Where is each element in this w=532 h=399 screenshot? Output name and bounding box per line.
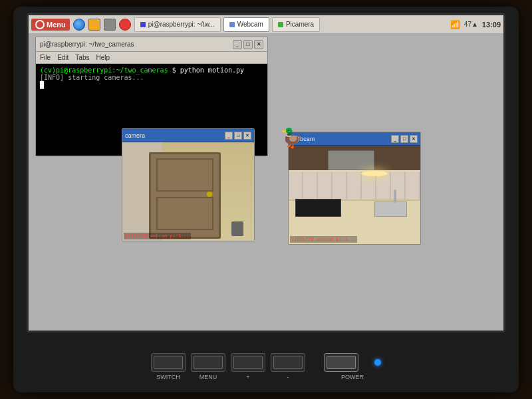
terminal-command-text: $ python motion.py <box>168 66 244 74</box>
terminal-close[interactable]: ✕ <box>254 40 263 49</box>
minus-button[interactable] <box>271 353 305 372</box>
door <box>149 152 221 239</box>
minus-label: - <box>271 374 305 380</box>
plus-button[interactable] <box>231 353 265 372</box>
monitor-bezel: SWITCH MENU + - <box>27 332 505 386</box>
camera-1-feed: 1280x720 webcam pi:1... <box>122 142 254 241</box>
camera-2-overlay: 1280x720 webcam pi:1... <box>290 236 357 243</box>
clock: 13:09 <box>482 21 501 29</box>
terminal-maximize[interactable]: □ <box>243 40 253 49</box>
duck-icon: 🦆 <box>280 127 301 148</box>
taskbar: Menu <box>29 15 503 34</box>
screen: Menu <box>27 13 505 332</box>
camera-2-close[interactable]: ✕ <box>410 135 418 143</box>
folder-icon-container[interactable] <box>88 18 101 31</box>
door-panel-bottom <box>156 197 213 230</box>
kitchen-stove <box>295 199 341 217</box>
settings-icon-container[interactable] <box>103 18 116 31</box>
menu-button[interactable] <box>191 353 225 372</box>
camera-2-controls: _ □ ✕ <box>391 135 418 143</box>
switch-button[interactable] <box>151 353 186 372</box>
terminal-line-3: █ <box>40 81 263 88</box>
desktop: Menu <box>29 15 503 331</box>
webcam-indicator <box>229 22 235 27</box>
minus-button-inner <box>273 356 303 369</box>
plus-button-inner <box>233 356 263 369</box>
camera-1-minimize[interactable]: _ <box>225 132 233 140</box>
camera-1-close[interactable]: ✕ <box>243 132 251 140</box>
battery-status: 47▲ <box>464 21 478 28</box>
terminal-menu-edit[interactable]: Edit <box>57 54 68 61</box>
door-panel-top <box>156 158 213 192</box>
raspberry-icon <box>35 20 45 29</box>
taskbar-right: 📶 47▲ 13:09 <box>450 20 501 29</box>
start-menu-button[interactable]: Menu <box>31 19 70 31</box>
terminal-menu-bar: File Edit Tabs Help <box>36 52 267 64</box>
power-led <box>374 359 381 366</box>
switch-button-inner <box>154 356 183 369</box>
terminal-line-1: (cv)pi@raspberrypi:~/two_cameras $ pytho… <box>40 66 263 74</box>
camera-2-minimize[interactable]: _ <box>391 135 399 143</box>
wifi-icon: 📶 <box>450 20 460 29</box>
buttons-area: SWITCH MENU + - <box>27 353 505 380</box>
kitchen-scene <box>289 146 420 244</box>
camera-1-overlay: 1280x720 webcam pi:1... <box>124 233 191 239</box>
terminal-menu-file[interactable]: File <box>40 54 51 61</box>
app-icon <box>119 19 131 31</box>
window-btn-terminal[interactable]: pi@raspberrypi: ~/tw... <box>134 17 221 32</box>
terminal-cursor: █ <box>40 81 44 88</box>
kitchen-backsplash <box>289 172 420 201</box>
power-button-inner <box>327 356 356 369</box>
menu-label: MENU <box>191 374 225 380</box>
globe-icon <box>73 19 85 31</box>
taskbar-icon-group <box>72 18 132 31</box>
switch-label: SWITCH <box>151 374 186 380</box>
terminal-line-2: [INFO] starting cameras... <box>40 74 263 81</box>
camera-window-2: Webcam _ □ ✕ <box>288 132 421 245</box>
camera-2-title: Webcam <box>291 136 391 142</box>
camera-1-titlebar: camera _ □ ✕ <box>122 129 254 142</box>
camera-2-titlebar: Webcam _ □ ✕ <box>289 132 420 146</box>
menu-button-inner <box>194 356 223 369</box>
window-btn-webcam[interactable]: Webcam <box>223 17 269 32</box>
terminal-indicator <box>140 22 146 27</box>
settings-icon <box>104 19 116 31</box>
taskbar-windows: pi@raspberrypi: ~/tw... Webcam Picamera <box>134 17 448 32</box>
folder-icon <box>88 19 100 31</box>
terminal-menu-help[interactable]: Help <box>96 54 110 61</box>
kitchen-sink <box>374 201 408 216</box>
camera-1-maximize[interactable]: □ <box>234 132 242 140</box>
terminal-title: pi@raspberrypi: ~/two_cameras <box>40 41 230 48</box>
terminal-titlebar: pi@raspberrypi: ~/two_cameras _ □ ✕ <box>36 37 267 52</box>
plus-label: + <box>231 374 265 380</box>
menu-label: Menu <box>47 21 66 29</box>
camera-1-title: camera <box>125 132 225 139</box>
kitchen-faucet <box>394 190 396 203</box>
camera-1-controls: _ □ ✕ <box>225 132 251 140</box>
trash-can <box>231 221 243 236</box>
picamera-indicator <box>278 22 283 27</box>
picamera-window-label: Picamera <box>286 21 314 28</box>
terminal-menu-tabs[interactable]: Tabs <box>75 54 89 61</box>
camera-2-maximize[interactable]: □ <box>400 135 408 143</box>
power-button[interactable] <box>324 353 358 372</box>
door-knob <box>207 192 212 197</box>
kitchen-microwave <box>328 150 374 170</box>
monitor: Menu <box>13 7 519 392</box>
power-label: POWER <box>335 374 370 380</box>
camera-2-feed: 1280x720 webcam pi:1... <box>289 146 420 244</box>
terminal-prompt-text: (cv)pi@raspberrypi:~/two_cameras <box>40 66 168 74</box>
terminal-output-text: [INFO] starting cameras... <box>40 74 144 81</box>
terminal-controls: _ □ ✕ <box>233 40 263 49</box>
window-btn-picamera[interactable]: Picamera <box>272 17 320 32</box>
terminal-window-label: pi@raspberrypi: ~/tw... <box>148 21 215 28</box>
app-icon-container[interactable] <box>118 18 132 31</box>
camera-window-1: camera _ □ ✕ <box>122 128 255 241</box>
terminal-minimize[interactable]: _ <box>233 40 242 49</box>
globe-icon-container[interactable] <box>72 18 86 31</box>
door-scene <box>122 142 254 241</box>
webcam-window-label: Webcam <box>237 21 263 28</box>
